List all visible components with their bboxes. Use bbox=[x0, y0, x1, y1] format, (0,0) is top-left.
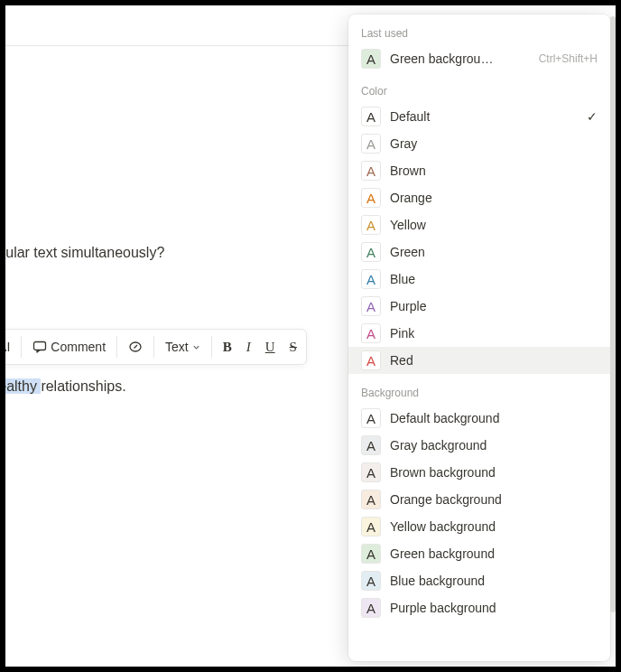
swatch-icon: A bbox=[361, 490, 381, 509]
background-label: Blue background bbox=[390, 574, 598, 588]
shortcut-text: Ctrl+Shift+H bbox=[539, 52, 598, 65]
color-item-green[interactable]: AGreen bbox=[348, 238, 610, 266]
text-style-dropdown[interactable]: Text bbox=[160, 334, 206, 359]
last-used-item[interactable]: A Green backgrou… Ctrl+Shift+H bbox=[348, 45, 610, 72]
swatch-icon: A bbox=[361, 107, 381, 126]
color-item-pink[interactable]: APink bbox=[348, 320, 610, 347]
background-item-yellow-background[interactable]: AYellow background bbox=[348, 513, 610, 540]
color-item-purple[interactable]: APurple bbox=[348, 293, 610, 320]
color-item-blue[interactable]: ABlue bbox=[348, 266, 610, 293]
swatch-icon: A bbox=[361, 408, 381, 428]
swatch-icon: A bbox=[361, 462, 381, 482]
underline-button[interactable]: U bbox=[260, 334, 281, 359]
bold-button[interactable]: B bbox=[218, 334, 237, 359]
body-post: relationships. bbox=[41, 378, 125, 394]
color-label: Green bbox=[390, 245, 598, 259]
body-text-line-1[interactable]: articular text simultaneously? bbox=[0, 245, 164, 261]
background-label: Gray background bbox=[390, 438, 598, 453]
color-label: Brown bbox=[390, 163, 598, 178]
swatch-icon: A bbox=[361, 544, 381, 564]
color-label: Red bbox=[390, 353, 598, 368]
swatch-icon: A bbox=[361, 269, 381, 289]
floating-toolbar: sk AI Comment Text B I U S bbox=[0, 329, 307, 365]
ask-ai-button[interactable]: sk AI bbox=[0, 334, 15, 359]
color-item-gray[interactable]: AGray bbox=[348, 130, 610, 157]
divider bbox=[21, 336, 22, 358]
body-text-line-2[interactable]: g healthy relationships. bbox=[0, 378, 126, 395]
swatch-icon: A bbox=[361, 49, 381, 69]
divider bbox=[116, 336, 117, 358]
document-area: articular text simultaneously? sk AI Com… bbox=[5, 5, 616, 667]
selected-text: healthy bbox=[0, 378, 41, 394]
background-label: Green background bbox=[390, 546, 598, 561]
color-label: Gray bbox=[390, 136, 598, 151]
swatch-icon: A bbox=[361, 296, 381, 316]
ask-ai-label: sk AI bbox=[0, 340, 10, 354]
color-item-brown[interactable]: ABrown bbox=[348, 157, 610, 184]
color-item-red[interactable]: ARed bbox=[348, 347, 610, 374]
swatch-icon: A bbox=[361, 571, 381, 591]
color-item-yellow[interactable]: AYellow bbox=[348, 211, 610, 238]
swatch-icon: A bbox=[361, 323, 381, 343]
color-label: Purple bbox=[390, 299, 598, 313]
italic-button[interactable]: I bbox=[241, 334, 256, 359]
svg-rect-0 bbox=[34, 342, 46, 350]
swatch-icon: A bbox=[361, 188, 381, 208]
background-item-gray-background[interactable]: AGray background bbox=[348, 432, 610, 459]
color-item-default[interactable]: ADefault✓ bbox=[348, 103, 610, 130]
background-label: Yellow background bbox=[390, 519, 598, 534]
swatch-icon: A bbox=[361, 134, 381, 154]
check-icon: ✓ bbox=[587, 109, 598, 124]
background-item-orange-background[interactable]: AOrange background bbox=[348, 486, 610, 513]
comment-icon bbox=[32, 340, 47, 354]
swatch-icon: A bbox=[361, 598, 381, 618]
background-item-blue-background[interactable]: ABlue background bbox=[348, 567, 610, 594]
popup-scrollbar[interactable] bbox=[610, 16, 616, 612]
color-label: Orange bbox=[390, 191, 598, 205]
color-label: Pink bbox=[390, 326, 598, 341]
comment-button[interactable]: Comment bbox=[27, 334, 111, 359]
suggest-edit-button[interactable] bbox=[123, 334, 148, 359]
section-background: Background bbox=[348, 381, 610, 405]
colors-list: ADefault✓AGrayABrownAOrangeAYellowAGreen… bbox=[348, 103, 610, 374]
background-item-purple-background[interactable]: APurple background bbox=[348, 594, 610, 621]
section-last-used: Last used bbox=[348, 22, 610, 45]
suggest-icon bbox=[128, 340, 143, 354]
swatch-icon: A bbox=[361, 242, 381, 262]
background-item-default-background[interactable]: ADefault background bbox=[348, 405, 610, 432]
backgrounds-list: ADefault backgroundAGray backgroundABrow… bbox=[348, 405, 610, 621]
background-label: Purple background bbox=[390, 601, 598, 615]
chevron-down-icon bbox=[192, 343, 200, 351]
last-used-label: Green backgrou… bbox=[390, 51, 526, 66]
background-label: Brown background bbox=[390, 465, 598, 480]
strikethrough-button[interactable]: S bbox=[284, 334, 302, 359]
color-label: Yellow bbox=[390, 218, 598, 232]
background-item-brown-background[interactable]: ABrown background bbox=[348, 459, 610, 486]
swatch-icon: A bbox=[361, 215, 381, 235]
background-label: Orange background bbox=[390, 492, 598, 507]
swatch-icon: A bbox=[361, 161, 381, 181]
color-label: Default bbox=[390, 109, 574, 124]
swatch-icon: A bbox=[361, 350, 381, 370]
text-style-label: Text bbox=[165, 340, 189, 354]
divider bbox=[153, 336, 154, 358]
color-label: Blue bbox=[390, 272, 598, 286]
background-label: Default background bbox=[390, 411, 598, 425]
background-item-green-background[interactable]: AGreen background bbox=[348, 540, 610, 567]
swatch-icon: A bbox=[361, 517, 381, 537]
swatch-icon: A bbox=[361, 435, 381, 455]
color-item-orange[interactable]: AOrange bbox=[348, 184, 610, 211]
section-color: Color bbox=[348, 79, 610, 103]
comment-label: Comment bbox=[51, 340, 106, 354]
divider bbox=[211, 336, 212, 358]
color-picker-popup: Last used A Green backgrou… Ctrl+Shift+H… bbox=[348, 14, 610, 661]
